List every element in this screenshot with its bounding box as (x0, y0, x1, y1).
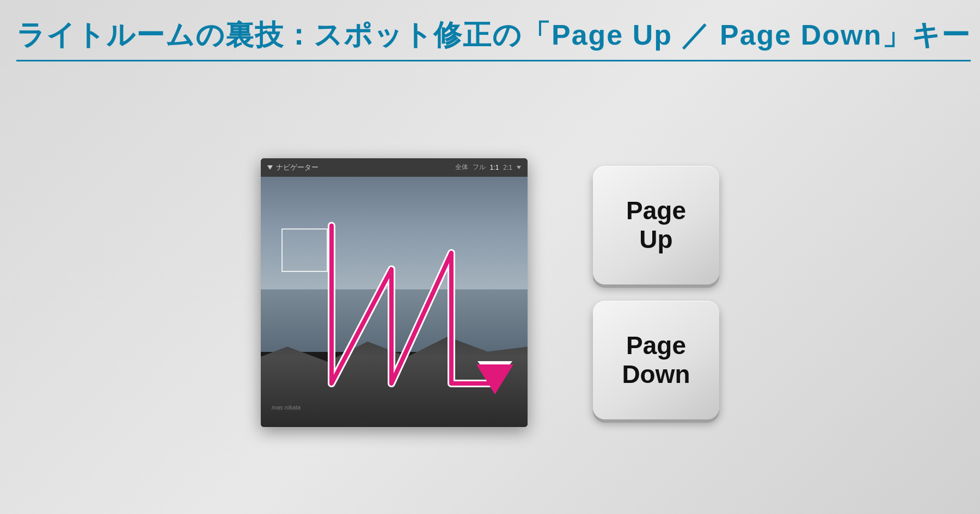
zoom-option-2-1[interactable]: 2:1 (503, 164, 512, 171)
zoom-option-full[interactable]: フル (473, 163, 486, 172)
page-title: ライトルームの裏技：スポット修正の「Page Up ／ Page Down」キー (16, 16, 971, 61)
page-down-label: Page Down (622, 331, 690, 389)
svg-marker-1 (476, 364, 513, 394)
zigzag-path (261, 177, 528, 427)
page-up-label: Page Up (626, 196, 686, 254)
navigator-title-group: ナビゲーター (267, 163, 318, 172)
page-up-key[interactable]: Page Up (593, 166, 719, 284)
watermark-text: mas nikata (272, 404, 301, 411)
keyboard-keys-area: Page Up Page Down (593, 166, 719, 419)
navigator-label: ナビゲーター (276, 163, 318, 172)
zoom-options: 全体 フル 1:1 2:1 (455, 163, 521, 172)
collapse-icon[interactable] (267, 165, 273, 170)
title-area: ライトルームの裏技：スポット修正の「Page Up ／ Page Down」キー (16, 16, 964, 61)
navigator-panel: ナビゲーター 全体 フル 1:1 2:1 (261, 158, 528, 427)
page-down-key[interactable]: Page Down (593, 301, 719, 419)
navigator-image: mas nikata (261, 177, 528, 427)
selection-rectangle (281, 228, 328, 272)
content-area: ナビゲーター 全体 フル 1:1 2:1 (0, 71, 980, 514)
zoom-option-all[interactable]: 全体 (455, 163, 468, 172)
zoom-dropdown-icon[interactable] (517, 166, 521, 169)
navigator-header: ナビゲーター 全体 フル 1:1 2:1 (261, 158, 528, 177)
zoom-option-1-1[interactable]: 1:1 (490, 164, 499, 171)
